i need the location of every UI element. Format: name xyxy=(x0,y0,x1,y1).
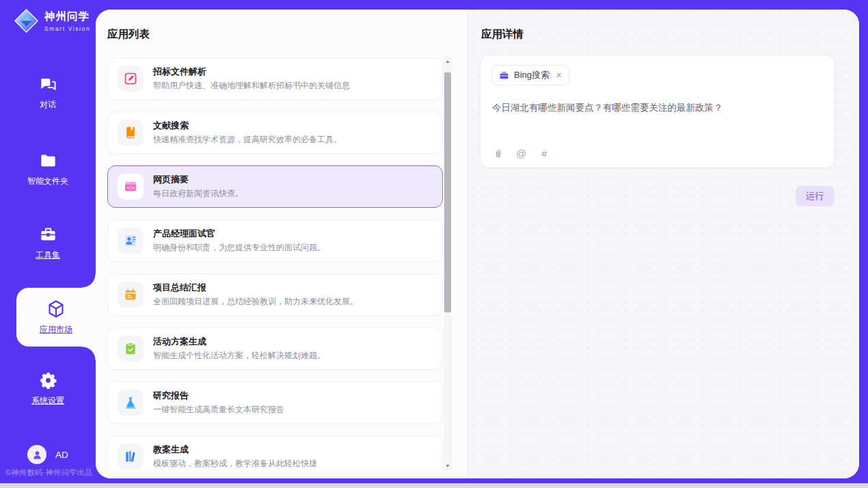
app-card-desc: 帮助用户快速、准确地理解和解析招标书中的关键信息 xyxy=(153,80,350,92)
app-list-title: 应用列表 xyxy=(107,27,150,42)
tool-tag-bing-search[interactable]: Bing搜索 ✕ xyxy=(491,65,569,85)
sidebar-item-label: 系统设置 xyxy=(31,395,64,407)
app-card-desc: 明确身份和职责，为您提供专业性的面试问题。 xyxy=(153,242,325,254)
prompt-composer: Bing搜索 ✕ 今日湖北有哪些新闻要点？有哪些需要关注的最新政策？ @ # xyxy=(480,55,835,168)
sidebar-item-app-market[interactable]: 应用市场 xyxy=(16,288,96,347)
app-card-title: 项目总结汇报 xyxy=(153,282,358,294)
brand-name: 神州问学 xyxy=(44,10,90,24)
sidebar: 神州问学 Smart Vision 对话 智能文件夹 工具集 应用市场 xyxy=(0,0,96,483)
brand-subtitle: Smart Vision xyxy=(44,25,90,32)
hash-icon[interactable]: # xyxy=(539,148,550,159)
app-detail-title: 应用详情 xyxy=(481,27,524,42)
app-card-desc: 模板驱动，教案秒成，教学准备从此轻松快捷 xyxy=(153,458,317,470)
composer-toolbar: @ # xyxy=(492,148,550,159)
app-card-title: 教案生成 xyxy=(153,444,317,456)
app-card[interactable]: 产品经理面试官 明确身份和职责，为您提供专业性的面试问题。 xyxy=(107,219,443,262)
app-card[interactable]: 项目总结汇报 全面回顾项目进展，总结经验教训，助力未来优化发展。 xyxy=(107,273,443,316)
app-list-panel: 应用列表 招标文件解析 帮助用户快速、准确地理解和解析招标书中的关键信息 文献搜… xyxy=(96,10,467,478)
scrollbar-thumb[interactable] xyxy=(444,72,451,312)
app-detail-panel: 应用详情 Bing搜索 ✕ 今日湖北有哪些新闻要点？有哪些需要关注的最新政策？ … xyxy=(467,10,859,478)
sidebar-item-label: 应用市场 xyxy=(40,324,72,336)
user-initials: AD xyxy=(55,450,68,460)
avatar xyxy=(27,445,46,464)
calendar-icon xyxy=(118,282,144,308)
cube-icon xyxy=(46,299,66,319)
app-card-title: 研究报告 xyxy=(153,390,284,402)
interviewer-icon xyxy=(118,228,144,254)
user-account[interactable]: AD xyxy=(27,445,68,464)
book-icon xyxy=(118,120,144,146)
chat-icon xyxy=(39,75,57,94)
app-window: 神州问学 Smart Vision 对话 智能文件夹 工具集 应用市场 xyxy=(0,0,868,488)
at-icon[interactable]: @ xyxy=(515,148,527,159)
app-card-desc: 快速精准查找学术资源，提高研究效率的必备工具。 xyxy=(153,134,342,146)
app-card[interactable]: 教案生成 模板驱动，教案秒成，教学准备从此轻松快捷 xyxy=(107,435,443,470)
prompt-input[interactable]: 今日湖北有哪些新闻要点？有哪些需要关注的最新政策？ xyxy=(492,102,821,114)
app-list: 招标文件解析 帮助用户快速、准确地理解和解析招标书中的关键信息 文献搜索 快速精… xyxy=(107,57,443,470)
brand: 神州问学 Smart Vision xyxy=(14,8,90,33)
briefcase-icon xyxy=(499,70,509,81)
scrollbar[interactable]: ▲ ▼ xyxy=(444,56,452,470)
window-edge xyxy=(0,483,868,488)
close-icon[interactable]: ✕ xyxy=(556,71,562,80)
app-card-title: 活动方案生成 xyxy=(153,336,325,348)
app-background: 神州问学 Smart Vision 对话 智能文件夹 工具集 应用市场 xyxy=(0,0,868,483)
scroll-down-icon[interactable]: ▼ xyxy=(444,461,452,470)
main-panel: 应用列表 招标文件解析 帮助用户快速、准确地理解和解析招标书中的关键信息 文献搜… xyxy=(96,10,859,478)
app-card-title: 产品经理面试官 xyxy=(153,228,325,240)
app-card-title: 网页摘要 xyxy=(153,174,243,186)
app-card[interactable]: </> 网页摘要 每日政府新闻资讯快查。 xyxy=(107,165,443,208)
pen-square-icon xyxy=(118,66,144,92)
tool-tag-label: Bing搜索 xyxy=(514,69,550,81)
clipboard-check-icon xyxy=(118,336,144,362)
sidebar-item-toolset[interactable]: 工具集 xyxy=(0,226,96,261)
browser-code-icon: </> xyxy=(118,174,144,200)
sidebar-item-settings[interactable]: 系统设置 xyxy=(0,371,96,407)
app-card-title: 招标文件解析 xyxy=(153,66,350,78)
diamond-logo-icon xyxy=(14,8,39,33)
sidebar-item-smart-folder[interactable]: 智能文件夹 xyxy=(0,152,96,187)
copyright-footer: ©神州数码·神州问学出品 xyxy=(5,467,93,478)
app-card-title: 文献搜索 xyxy=(153,120,342,132)
app-card-desc: 全面回顾项目进展，总结经验教训，助力未来优化发展。 xyxy=(153,296,358,308)
person-icon xyxy=(31,449,43,461)
app-card[interactable]: 文献搜索 快速精准查找学术资源，提高研究效率的必备工具。 xyxy=(107,111,443,154)
folder-icon xyxy=(39,152,57,170)
sidebar-item-label: 对话 xyxy=(40,99,56,111)
svg-text:</>: </> xyxy=(126,185,135,190)
books-icon xyxy=(118,444,144,470)
app-card-desc: 智能生成个性化活动方案，轻松解决规划难题。 xyxy=(153,350,325,362)
paperclip-icon[interactable] xyxy=(492,148,504,159)
app-card-desc: 一键智能生成高质量长文本研究报告 xyxy=(153,404,284,416)
app-card[interactable]: 研究报告 一键智能生成高质量长文本研究报告 xyxy=(107,381,443,424)
sidebar-item-label: 工具集 xyxy=(36,249,60,261)
app-card[interactable]: 活动方案生成 智能生成个性化活动方案，轻松解决规划难题。 xyxy=(107,327,443,370)
app-card-desc: 每日政府新闻资讯快查。 xyxy=(153,188,243,200)
app-card[interactable]: 招标文件解析 帮助用户快速、准确地理解和解析招标书中的关键信息 xyxy=(107,57,443,100)
toolbox-icon xyxy=(39,226,57,244)
run-button[interactable]: 运行 xyxy=(796,186,835,206)
sidebar-item-label: 智能文件夹 xyxy=(27,176,68,187)
sidebar-item-chat[interactable]: 对话 xyxy=(0,75,96,111)
gear-icon xyxy=(39,371,57,390)
flask-icon xyxy=(118,390,144,416)
scroll-up-icon[interactable]: ▲ xyxy=(444,56,452,66)
